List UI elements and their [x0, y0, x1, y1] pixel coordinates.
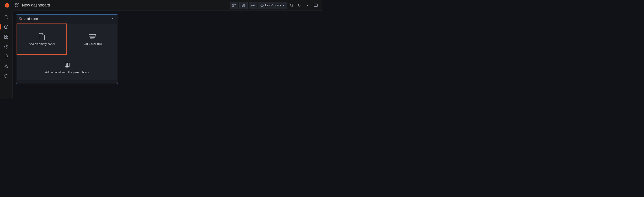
svg-point-14: [5, 16, 7, 18]
plus-icon: [4, 25, 8, 29]
svg-rect-18: [4, 37, 6, 39]
refresh-button[interactable]: [296, 2, 303, 9]
svg-rect-4: [18, 6, 19, 7]
sidebar-item-shield[interactable]: [2, 72, 11, 81]
add-new-row-label: Add a new row: [83, 42, 102, 46]
dashboards-icon: [4, 35, 8, 39]
add-panel-top-grid: Add an empty panel Add a new row: [16, 24, 118, 55]
sidebar-item-settings[interactable]: [2, 62, 11, 71]
svg-point-10: [252, 5, 254, 6]
svg-rect-8: [242, 4, 244, 5]
shield-icon: [4, 74, 8, 78]
sidebar-item-alerting[interactable]: [2, 52, 11, 61]
svg-rect-7: [232, 6, 234, 7]
time-range-label: Last 6 hours: [265, 4, 281, 7]
add-empty-panel-label: Add an empty panel: [29, 42, 55, 46]
svg-rect-1: [16, 4, 17, 5]
svg-rect-16: [4, 35, 6, 37]
clock-icon: [260, 4, 264, 7]
add-panel-close-button[interactable]: ×: [110, 16, 115, 21]
sidebar: [0, 11, 12, 99]
page-title: New dashboard: [22, 3, 50, 8]
bell-icon: [4, 54, 8, 58]
chevron-down-icon: [306, 4, 309, 7]
add-panel-card: Add panel × Add an empty panel: [16, 14, 118, 84]
zoom-out-icon: [290, 4, 294, 7]
sidebar-item-explore[interactable]: [2, 42, 11, 51]
add-panel-title-text: Add panel: [24, 17, 38, 21]
svg-rect-13: [314, 4, 318, 7]
zoom-out-button[interactable]: [288, 2, 295, 9]
add-panel-library-option[interactable]: Add a panel from the panel library: [16, 55, 118, 80]
sidebar-item-create[interactable]: [2, 22, 11, 31]
svg-rect-2: [18, 4, 19, 5]
svg-rect-3: [16, 6, 17, 7]
grafana-logo-svg: [4, 2, 10, 9]
header-actions: Last 6 hours: [230, 2, 319, 9]
add-panel-bottom-grid: Add a panel from the panel library: [16, 55, 118, 80]
svg-rect-6: [234, 4, 236, 5]
grafana-logo[interactable]: [0, 0, 14, 11]
time-chevron-down-icon: [282, 4, 285, 7]
refresh-interval-button[interactable]: [304, 2, 311, 9]
save-button[interactable]: [239, 2, 248, 9]
settings-icon: [251, 4, 255, 7]
add-panel-library-label: Add a panel from the panel library: [45, 71, 89, 74]
main-layout: Add panel × Add an empty panel: [0, 11, 322, 99]
document-icon: [39, 33, 45, 40]
dashboard-grid-icon: [15, 3, 19, 8]
tv-icon: [314, 4, 318, 7]
header: New dashboard: [0, 0, 322, 11]
book-icon: [64, 61, 70, 68]
add-panel-header-icon: [19, 17, 22, 21]
sidebar-item-dashboards[interactable]: [2, 32, 11, 41]
row-icon: [89, 33, 96, 40]
search-icon: [4, 15, 8, 19]
svg-rect-5: [232, 4, 234, 5]
sidebar-item-search[interactable]: [2, 13, 11, 22]
add-panel-header: Add panel ×: [16, 15, 118, 23]
refresh-icon: [298, 4, 302, 7]
content-area: Add panel × Add an empty panel: [12, 11, 322, 99]
svg-rect-22: [19, 17, 20, 18]
svg-point-21: [6, 66, 7, 67]
gear-icon: [4, 64, 8, 68]
svg-rect-23: [21, 17, 22, 18]
tv-mode-button[interactable]: [312, 2, 319, 9]
resize-handle[interactable]: ⌟: [16, 80, 118, 83]
svg-point-20: [4, 45, 8, 48]
add-empty-panel-option[interactable]: Add an empty panel: [16, 24, 67, 55]
time-range-button[interactable]: Last 6 hours: [258, 2, 287, 9]
add-panel-icon: [232, 4, 236, 7]
svg-rect-24: [19, 19, 20, 20]
add-panel-button[interactable]: [230, 2, 238, 9]
svg-rect-19: [6, 37, 8, 39]
add-new-row-option[interactable]: Add a new row: [67, 24, 118, 55]
svg-rect-9: [242, 6, 245, 7]
save-icon: [242, 4, 245, 7]
compass-icon: [4, 45, 8, 49]
svg-rect-25: [89, 35, 96, 36]
svg-rect-17: [6, 35, 8, 37]
dashboard-settings-button[interactable]: [249, 2, 257, 9]
add-panel-title-area: Add panel: [19, 17, 38, 21]
